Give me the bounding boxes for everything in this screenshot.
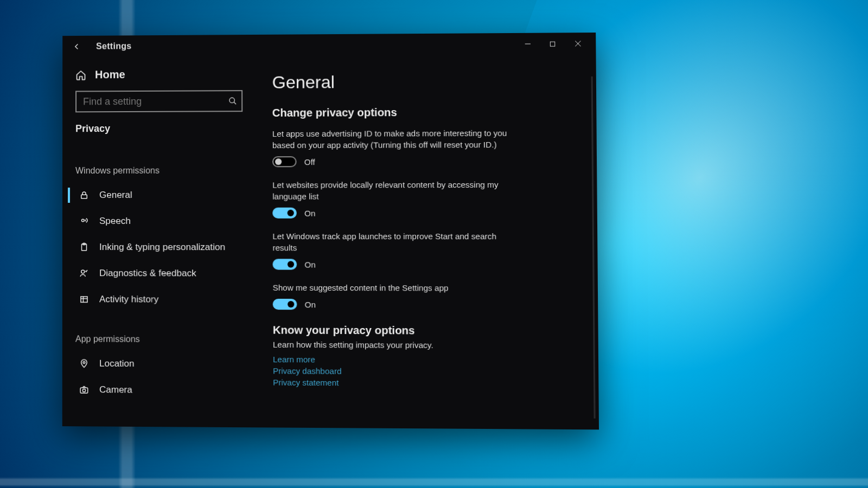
link-privacy-statement[interactable]: Privacy statement (273, 376, 582, 389)
home-nav[interactable]: Home (68, 65, 250, 88)
back-button[interactable] (68, 38, 85, 55)
clipboard-icon (79, 242, 90, 252)
svg-point-7 (82, 219, 85, 222)
home-label: Home (95, 68, 125, 81)
page-title: General (272, 71, 580, 93)
sidebar-item-camera[interactable]: Camera (68, 377, 251, 404)
section-heading-windows-permissions: Windows permissions (68, 144, 251, 182)
toggle-state-label: On (304, 260, 315, 269)
svg-line-5 (234, 102, 236, 104)
svg-rect-15 (80, 388, 88, 393)
setting-language-list: Let websites provide locally relevant co… (272, 179, 580, 219)
home-icon (75, 69, 86, 80)
sidebar-item-inking[interactable]: Inking & typing personalization (68, 234, 251, 260)
section-heading-app-permissions: App permissions (68, 312, 251, 351)
toggle-language-list[interactable] (272, 208, 297, 219)
setting-description: Let Windows track app launches to improv… (272, 230, 510, 254)
window-title: Settings (96, 41, 132, 51)
scrollbar[interactable] (591, 76, 596, 419)
setting-suggested-content: Show me suggested content in the Setting… (273, 282, 582, 311)
svg-point-4 (229, 98, 234, 102)
settings-window: Settings Home Privac (62, 33, 599, 429)
maximize-button[interactable] (540, 35, 565, 52)
toggle-state-label: Off (304, 157, 315, 166)
content-pane: General Change privacy options Let apps … (256, 54, 599, 429)
sidebar-item-activity[interactable]: Activity history (68, 286, 251, 313)
toggle-state-label: On (305, 300, 316, 309)
toggle-suggested-content[interactable] (273, 299, 297, 310)
minimize-icon (524, 41, 531, 47)
sidebar-item-diagnostics[interactable]: Diagnostics & feedback (68, 260, 251, 287)
svg-point-16 (82, 389, 85, 391)
close-button[interactable] (565, 35, 591, 52)
know-subtext: Learn how this setting impacts your priv… (273, 340, 582, 350)
camera-icon (79, 385, 90, 395)
history-icon (79, 294, 90, 304)
sidebar-item-label: Diagnostics & feedback (99, 268, 196, 279)
setting-advertising-id: Let apps use advertising ID to make ads … (272, 127, 580, 167)
sidebar-item-location[interactable]: Location (68, 350, 251, 377)
lock-icon (79, 190, 90, 200)
search-input[interactable] (83, 95, 228, 107)
sidebar-item-label: Speech (99, 216, 131, 227)
search-box[interactable] (75, 90, 242, 112)
svg-rect-11 (81, 297, 87, 303)
know-heading: Know your privacy options (273, 324, 582, 337)
setting-description: Show me suggested content in the Setting… (273, 282, 511, 294)
maximize-icon (550, 41, 556, 47)
toggle-advertising-id[interactable] (272, 156, 297, 167)
sidebar-item-label: General (99, 190, 132, 201)
svg-point-10 (81, 270, 85, 273)
link-learn-more[interactable]: Learn more (273, 354, 582, 367)
svg-rect-6 (81, 195, 87, 198)
link-privacy-dashboard[interactable]: Privacy dashboard (273, 365, 582, 378)
minimize-button[interactable] (515, 36, 540, 53)
sidebar-item-label: Activity history (99, 294, 158, 305)
svg-point-14 (83, 362, 85, 364)
search-icon (228, 97, 237, 105)
svg-rect-1 (550, 42, 555, 46)
page-subtitle: Change privacy options (272, 106, 580, 119)
toggle-track-launches[interactable] (273, 259, 297, 269)
sidebar-item-label: Camera (99, 384, 132, 395)
sidebar-item-label: Location (99, 358, 135, 369)
sidebar-item-label: Inking & typing personalization (99, 242, 225, 253)
category-label: Privacy (68, 118, 250, 144)
toggle-state-label: On (304, 208, 315, 217)
titlebar: Settings (62, 33, 596, 57)
setting-description: Let websites provide locally relevant co… (272, 179, 510, 202)
close-icon (575, 40, 581, 47)
know-your-privacy-section: Know your privacy options Learn how this… (273, 324, 582, 389)
sidebar: Home Privacy Windows permissions General (62, 56, 257, 427)
setting-track-launches: Let Windows track app launches to improv… (272, 230, 580, 270)
location-icon (79, 359, 90, 369)
sidebar-item-speech[interactable]: Speech (68, 208, 251, 234)
sidebar-item-general[interactable]: General (68, 182, 251, 208)
back-arrow-icon (72, 42, 81, 52)
setting-description: Let apps use advertising ID to make ads … (272, 127, 510, 151)
feedback-icon (79, 268, 90, 278)
speech-icon (79, 216, 90, 226)
